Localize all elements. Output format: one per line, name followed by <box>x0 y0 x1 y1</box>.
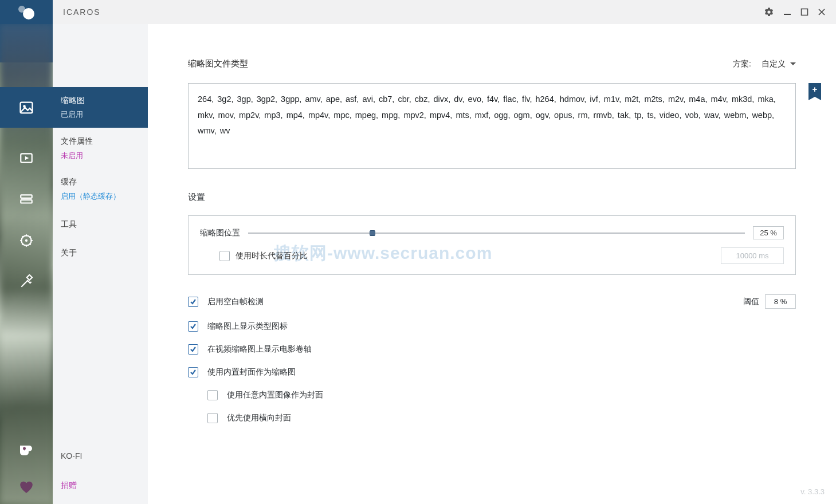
settings-gear-icon[interactable] <box>764 7 774 17</box>
option-film-reel: 在视频缩略图上显示电影卷轴 <box>188 344 796 355</box>
add-preset-button[interactable]: + <box>808 83 821 100</box>
prefer-landscape-label: 优先使用横向封面 <box>227 413 796 423</box>
svg-rect-2 <box>784 14 791 15</box>
blank-detect-checkbox[interactable] <box>188 297 198 307</box>
title-bar: ICAROS <box>0 0 836 24</box>
sidebar-item-about[interactable]: 关于 <box>53 238 148 267</box>
scheme-dropdown[interactable]: 自定义 <box>762 59 796 69</box>
show-type-icon-checkbox[interactable] <box>188 321 198 332</box>
rail-icon-tools[interactable] <box>0 228 53 253</box>
sidebar-item-label: 关于 <box>61 246 140 259</box>
sidebar-item-status: 启用（静态缓存） <box>61 191 140 203</box>
svg-rect-3 <box>802 9 808 15</box>
sidebar-item-label: 捐赠 <box>61 479 140 491</box>
sidebar-item-status: 未启用 <box>61 150 140 162</box>
extensions-textbox[interactable]: 264, 3g2, 3gp, 3gp2, 3gpp, amv, ape, asf… <box>188 83 796 169</box>
svg-marker-5 <box>25 156 29 160</box>
sidebar-item-label: 文件属性 <box>61 135 140 147</box>
slider-thumb-icon[interactable] <box>370 230 375 236</box>
rail-icon-thumbnail-active <box>0 87 53 128</box>
minimize-icon[interactable] <box>783 8 791 16</box>
settings-title: 设置 <box>188 192 796 203</box>
use-duration-label: 使用时长代替百分比 <box>236 251 715 261</box>
embedded-cover-label: 使用内置封面作为缩略图 <box>207 367 796 377</box>
logo-icon <box>15 3 38 21</box>
any-image-checkbox[interactable] <box>207 390 218 400</box>
sidebar-item-cache[interactable]: 缓存 启用（静态缓存） <box>53 168 148 209</box>
svg-rect-7 <box>21 200 32 203</box>
blank-detect-label: 启用空白帧检测 <box>207 297 734 307</box>
app-title: ICAROS <box>63 7 101 17</box>
thumbnail-types-title: 缩略图文件类型 <box>188 58 248 69</box>
offset-slider[interactable] <box>248 231 745 235</box>
threshold-label: 阈值 <box>743 297 759 307</box>
svg-rect-6 <box>21 195 32 198</box>
sidebar: 缩略图 已启用 文件属性 未启用 缓存 启用（静态缓存） 工具 关于 KO-FI… <box>53 24 148 504</box>
rail-icon-properties[interactable] <box>0 145 53 171</box>
sidebar-item-donate[interactable]: 捐赠 <box>53 471 148 504</box>
rail-icon-cache[interactable] <box>0 187 53 212</box>
sidebar-item-label: KO-FI <box>61 450 140 462</box>
sidebar-item-kofi[interactable]: KO-FI <box>53 442 148 470</box>
threshold-value[interactable]: 8 % <box>765 294 796 309</box>
svg-point-9 <box>25 239 28 242</box>
use-duration-checkbox[interactable] <box>219 251 230 261</box>
sidebar-item-properties[interactable]: 文件属性 未启用 <box>53 128 148 168</box>
content-area: 搜软网-www.secruan.com 缩略图文件类型 方案: 自定义 264,… <box>148 24 836 504</box>
option-prefer-landscape: 优先使用横向封面 <box>188 413 796 423</box>
film-reel-checkbox[interactable] <box>188 344 198 355</box>
sidebar-item-label: 缓存 <box>61 175 140 188</box>
any-image-label: 使用任意内置图像作为封面 <box>227 390 796 400</box>
embedded-cover-checkbox[interactable] <box>188 367 198 377</box>
scheme-value: 自定义 <box>762 59 786 69</box>
svg-point-1 <box>23 8 34 19</box>
sidebar-item-tools[interactable]: 工具 <box>53 210 148 238</box>
option-blank-frame-detect: 启用空白帧检测 阈值 8 % <box>188 294 796 309</box>
thumbnail-offset-group: 缩略图位置 25 % 使用时长代替百分比 10000 ms <box>188 215 796 275</box>
film-reel-label: 在视频缩略图上显示电影卷轴 <box>207 344 796 355</box>
scheme-label: 方案: <box>733 59 751 69</box>
sidebar-item-label: 缩略图 <box>61 94 140 107</box>
app-logo <box>0 0 53 24</box>
maximize-icon[interactable] <box>800 8 808 16</box>
close-icon[interactable] <box>818 8 826 16</box>
option-show-type-icon: 缩略图上显示类型图标 <box>188 321 796 332</box>
version-label: v. 3.3.3 <box>800 487 825 496</box>
rail-icon-about[interactable] <box>0 269 53 294</box>
duration-value-field[interactable]: 10000 ms <box>721 247 784 264</box>
offset-percent-value[interactable]: 25 % <box>753 226 784 239</box>
sidebar-item-label: 工具 <box>61 218 140 230</box>
svg-rect-10 <box>27 275 32 280</box>
chevron-down-icon <box>790 62 796 65</box>
option-any-image-cover: 使用任意内置图像作为封面 <box>188 390 796 400</box>
prefer-landscape-checkbox[interactable] <box>207 413 218 423</box>
show-type-icon-label: 缩略图上显示类型图标 <box>207 321 796 332</box>
rail-icon-kofi[interactable] <box>0 438 53 463</box>
sidebar-item-thumbnail[interactable]: 缩略图 已启用 <box>53 87 148 128</box>
option-embedded-cover: 使用内置封面作为缩略图 <box>188 367 796 377</box>
sidebar-item-status: 已启用 <box>61 109 140 121</box>
extensions-text: 264, 3g2, 3gp, 3gp2, 3gpp, amv, ape, asf… <box>198 94 776 135</box>
rail-icon-donate[interactable] <box>0 474 53 499</box>
offset-label: 缩略图位置 <box>200 228 240 238</box>
